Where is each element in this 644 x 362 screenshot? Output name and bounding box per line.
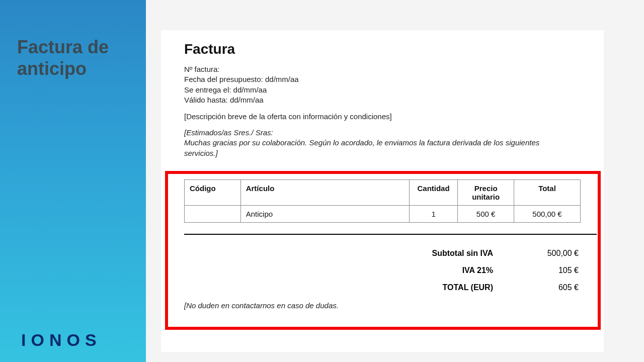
delivered-label: Se entrega el:	[184, 85, 231, 94]
subtotal-label: Subtotal sin IVA	[371, 249, 523, 258]
valid-until-value: dd/mm/aa	[230, 96, 264, 104]
td-qty: 1	[409, 205, 457, 222]
th-code: Código	[185, 179, 241, 205]
invoice-no-label: Nº factura:	[184, 65, 220, 73]
td-article: Anticipo	[240, 205, 409, 222]
vat-value: 105 €	[523, 266, 579, 275]
th-total: Total	[514, 179, 580, 205]
subtotal-value: 500,00 €	[523, 249, 579, 258]
items-table-wrap: Código Artículo Cantidad Precio unitario…	[184, 179, 581, 296]
stage: Factura de anticipo IONOS Factura Nº fac…	[0, 0, 644, 362]
grand-total-row: TOTAL (EUR) 605 €	[369, 279, 581, 296]
th-article: Artículo	[240, 179, 409, 205]
grand-total-value: 605 €	[523, 283, 579, 292]
greeting-letter: [Estimados/as Sres./ Sras: Muchas gracia…	[184, 128, 546, 158]
valid-until-label: Válido hasta:	[184, 96, 228, 104]
doc-heading: Factura	[184, 41, 581, 57]
budget-date-label: Fecha del presupuesto:	[184, 75, 263, 83]
vat-label: IVA 21%	[371, 266, 523, 275]
subtotal-row: Subtotal sin IVA 500,00 €	[369, 245, 581, 262]
sidebar-title: Factura de anticipo	[17, 36, 138, 79]
td-unit-price: 500 €	[458, 205, 514, 222]
totals-block: Subtotal sin IVA 500,00 € IVA 21% 105 € …	[369, 245, 581, 296]
footnote: [No duden en contactarnos en caso de dud…	[184, 301, 581, 310]
vat-row: IVA 21% 105 €	[369, 262, 581, 279]
sidebar: Factura de anticipo IONOS	[0, 0, 146, 362]
delivered-value: dd/mm/aa	[233, 85, 267, 94]
td-total: 500,00 €	[514, 205, 580, 222]
invoice-document: Factura Nº factura: Fecha del presupuest…	[161, 30, 604, 352]
invoice-meta: Nº factura: Fecha del presupuesto: dd/mm…	[184, 64, 581, 105]
budget-date-value: dd/mm/aa	[265, 75, 299, 83]
td-code	[185, 205, 241, 222]
table-row: Anticipo 1 500 € 500,00 €	[185, 205, 581, 222]
totals-divider	[184, 234, 597, 235]
grand-total-label: TOTAL (EUR)	[371, 283, 523, 292]
offer-description: [Descripción breve de la oferta con info…	[184, 112, 581, 121]
th-qty: Cantidad	[409, 179, 457, 205]
th-unit-price: Precio unitario	[458, 179, 514, 205]
brand-logo: IONOS	[21, 330, 102, 350]
table-header-row: Código Artículo Cantidad Precio unitario…	[185, 179, 581, 205]
items-table: Código Artículo Cantidad Precio unitario…	[184, 179, 581, 223]
